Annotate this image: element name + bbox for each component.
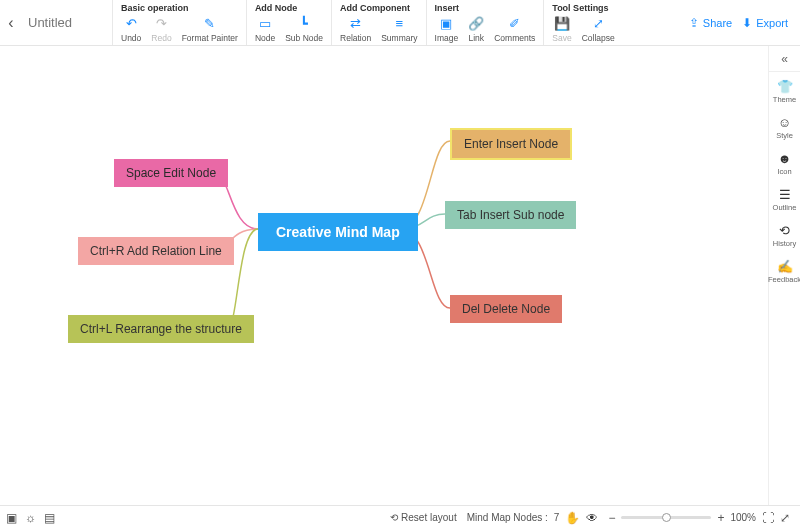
summary-icon: ≡ [396,15,404,31]
comments-icon: ✐ [509,15,520,31]
bottom-left-tools: ▣ ☼ ▤ [0,511,55,525]
link-icon: 🔗 [468,15,484,31]
format-painter-button[interactable]: ✎ Format Painter [182,15,238,43]
share-button[interactable]: ⇪ Share [689,16,732,30]
ribbon: Basic operation ↶ Undo ↷ Redo ✎ Format P… [112,0,689,45]
ribbon-group-basic: Basic operation ↶ Undo ↷ Redo ✎ Format P… [112,0,246,45]
group-label-add-node: Add Node [255,2,323,14]
node-count: Mind Map Nodes : 7 ✋ 👁 [467,511,609,525]
style-icon: ☺ [778,114,791,130]
share-icon: ⇪ [689,16,699,30]
mindmap-canvas[interactable]: Creative Mind Map Space Edit Node Ctrl+R… [0,46,768,505]
side-panel: « 👕 Theme ☺ Style ☻ Icon ☰ Outline ⟲ His… [768,46,800,505]
eye-icon[interactable]: 👁 [586,511,598,525]
header-actions: ⇪ Share ⬇ Export [689,0,800,45]
brightness-icon[interactable]: ☼ [25,511,36,525]
node-enter-insert[interactable]: Enter Insert Node [450,128,572,160]
status-bar: ▣ ☼ ▤ ⟲ Reset layout Mind Map Nodes : 7 … [0,505,800,529]
group-label-add-component: Add Component [340,2,418,14]
relation-button[interactable]: ⇄ Relation [340,15,371,43]
reset-layout-button[interactable]: ⟲ Reset layout [390,512,457,523]
insert-comments-button[interactable]: ✐ Comments [494,15,535,43]
group-label-basic: Basic operation [121,2,238,14]
history-icon: ⟲ [779,222,790,238]
zoom-controls: − + 100% ⛶ ⤢ [608,511,800,525]
side-icon[interactable]: ☻ Icon [769,144,800,180]
ribbon-group-add-component: Add Component ⇄ Relation ≡ Summary [331,0,426,45]
zoom-slider[interactable] [621,516,711,519]
collapse-icon: ⤢ [593,15,604,31]
undo-icon: ↶ [126,15,137,31]
insert-image-button[interactable]: ▣ Image [435,15,459,43]
side-history[interactable]: ⟲ History [769,216,800,252]
node-space-edit[interactable]: Space Edit Node [114,159,228,187]
fit-screen-button[interactable]: ⛶ [762,511,774,525]
export-button[interactable]: ⬇ Export [742,16,788,30]
hand-icon[interactable]: ✋ [565,511,580,525]
reset-icon: ⟲ [390,512,398,523]
node-icon: ▭ [259,15,271,31]
document-title[interactable]: Untitled [22,0,112,45]
group-label-insert: Insert [435,2,536,14]
ribbon-group-insert: Insert ▣ Image 🔗 Link ✐ Comments [426,0,544,45]
side-outline[interactable]: ☰ Outline [769,180,800,216]
side-theme[interactable]: 👕 Theme [769,72,800,108]
zoom-out-button[interactable]: − [608,511,615,525]
zoom-level: 100% [730,512,756,523]
relation-icon: ⇄ [350,15,361,31]
summary-button[interactable]: ≡ Summary [381,15,417,43]
subnode-icon: ┗ [300,15,308,31]
redo-button[interactable]: ↷ Redo [151,15,171,43]
connectors [0,46,768,505]
export-icon: ⬇ [742,16,752,30]
insert-link-button[interactable]: 🔗 Link [468,15,484,43]
undo-button[interactable]: ↶ Undo [121,15,141,43]
node-rearrange[interactable]: Ctrl+L Rearrange the structure [68,315,254,343]
theme-icon: 👕 [777,78,793,94]
node-tab-subnode[interactable]: Tab Insert Sub node [445,201,576,229]
side-feedback[interactable]: ✍ Feedback [769,252,800,288]
ribbon-group-add-node: Add Node ▭ Node ┗ Sub Node [246,0,331,45]
add-subnode-button[interactable]: ┗ Sub Node [285,15,323,43]
format-painter-icon: ✎ [204,15,215,31]
add-node-button[interactable]: ▭ Node [255,15,275,43]
zoom-knob[interactable] [662,513,671,522]
back-button[interactable]: ‹ [0,0,22,45]
ribbon-group-tool-settings: Tool Settings 💾 Save ⤢ Collapse [543,0,622,45]
central-node[interactable]: Creative Mind Map [258,213,418,251]
grid-icon[interactable]: ▤ [44,511,55,525]
top-bar: ‹ Untitled Basic operation ↶ Undo ↷ Redo… [0,0,800,46]
collapse-button[interactable]: ⤢ Collapse [582,15,615,43]
outline-icon: ☰ [779,186,791,202]
node-del-delete[interactable]: Del Delete Node [450,295,562,323]
save-button[interactable]: 💾 Save [552,15,571,43]
zoom-in-button[interactable]: + [717,511,724,525]
side-style[interactable]: ☺ Style [769,108,800,144]
thumbnail-icon[interactable]: ▣ [6,511,17,525]
feedback-icon: ✍ [777,258,793,274]
save-icon: 💾 [554,15,570,31]
image-icon: ▣ [440,15,452,31]
icon-icon: ☻ [778,150,792,166]
collapse-panel-button[interactable]: « [769,46,800,72]
node-add-relation[interactable]: Ctrl+R Add Relation Line [78,237,234,265]
fullscreen-button[interactable]: ⤢ [780,511,790,525]
group-label-tool-settings: Tool Settings [552,2,614,14]
redo-icon: ↷ [156,15,167,31]
